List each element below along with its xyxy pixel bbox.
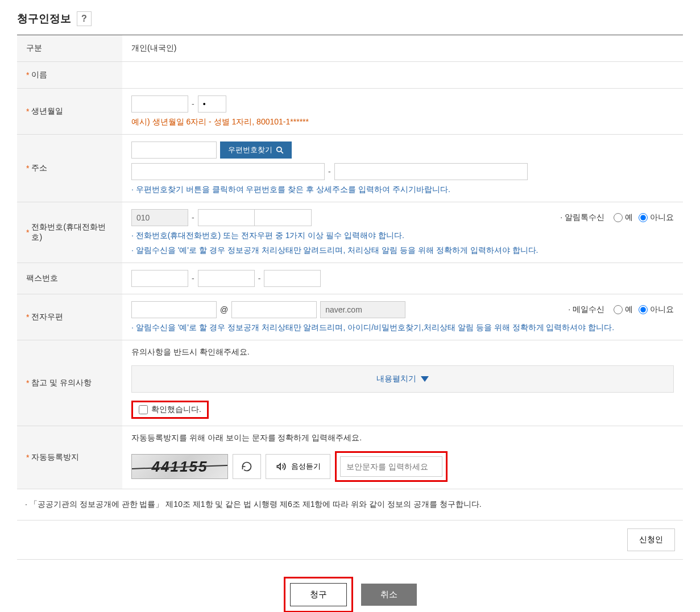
email-domain-input[interactable] bbox=[231, 301, 317, 318]
label-name: * 이름 bbox=[17, 62, 122, 88]
form-table: 구분 개인(내국인) * 이름 * 생년월일 - 예시) 생년월일 6자리 - … bbox=[17, 35, 683, 489]
confirm-checkbox[interactable] bbox=[139, 405, 148, 414]
fax-input-3[interactable] bbox=[264, 270, 321, 287]
applicant-button[interactable]: 신청인 bbox=[627, 528, 675, 551]
chevron-down-icon bbox=[421, 376, 429, 382]
required-mark: * bbox=[26, 70, 29, 80]
captcha-refresh-button[interactable] bbox=[233, 454, 261, 479]
birthdate-input-1[interactable] bbox=[131, 95, 188, 113]
svg-line-1 bbox=[281, 151, 283, 153]
footer-note: 「공공기관의 정보공개에 관한 법률」 제10조 제1항 및 같은 법 시행령 … bbox=[17, 489, 683, 521]
phone-hint-1: 전화번호(휴대전화번호) 또는 전자우편 중 1가지 이상 필수 입력해야 합니… bbox=[131, 231, 674, 241]
mail-label: 메일수신 bbox=[568, 305, 604, 315]
sms-yes[interactable]: 예 bbox=[614, 213, 633, 223]
label-notice: * 참고 및 유의사항 bbox=[17, 340, 122, 426]
label-captcha: * 자동등록방지 bbox=[17, 426, 122, 489]
speaker-icon bbox=[275, 461, 287, 472]
mail-no[interactable]: 아니요 bbox=[639, 305, 674, 315]
label-email: * 전자우편 bbox=[17, 294, 122, 340]
email-domain-select[interactable] bbox=[320, 301, 405, 318]
zip-input[interactable] bbox=[131, 141, 217, 159]
mail-yes[interactable]: 예 bbox=[614, 305, 633, 315]
zip-search-button[interactable]: 우편번호찾기 bbox=[220, 141, 292, 159]
captcha-audio-button[interactable]: 음성듣기 bbox=[266, 454, 330, 479]
sms-label: 알림톡수신 bbox=[560, 213, 604, 223]
captcha-input[interactable] bbox=[340, 456, 442, 477]
email-at: @ bbox=[220, 305, 228, 314]
birthdate-input-2[interactable] bbox=[198, 95, 226, 113]
expand-button[interactable]: 내용펼치기 bbox=[131, 365, 674, 393]
label-phone: * 전화번호(휴대전화번호) bbox=[17, 202, 122, 263]
search-icon bbox=[276, 146, 284, 154]
notice-text: 유의사항을 반드시 확인해주세요. bbox=[131, 347, 674, 357]
refresh-icon bbox=[241, 461, 252, 472]
label-address: * 주소 bbox=[17, 135, 122, 202]
submit-button[interactable]: 청구 bbox=[290, 583, 347, 606]
confirm-label: 확인했습니다. bbox=[151, 405, 201, 415]
address-input-1[interactable] bbox=[131, 163, 325, 180]
captcha-text: 자동등록방지를 위해 아래 보이는 문자를 정확하게 입력해주세요. bbox=[131, 433, 674, 443]
label-birthdate: * 생년월일 bbox=[17, 89, 122, 134]
svg-point-0 bbox=[277, 147, 281, 152]
value-category: 개인(내국인) bbox=[131, 43, 674, 53]
phone-input-2[interactable] bbox=[198, 209, 255, 226]
email-local-input[interactable] bbox=[131, 301, 217, 318]
phone-input-3[interactable] bbox=[255, 209, 312, 226]
fax-input-1[interactable] bbox=[131, 270, 188, 287]
cancel-button[interactable]: 취소 bbox=[361, 584, 417, 606]
address-input-2[interactable] bbox=[334, 163, 528, 180]
address-hint: 우편번호찾기 버튼을 클릭하여 우편번호를 찾은 후 상세주소를 입력하여 주시… bbox=[131, 185, 674, 195]
phone-hint-2: 알림수신을 '예'로 할 경우 정보공개 처리상태만 알려드리며, 처리상태 알… bbox=[131, 245, 674, 256]
label-fax: 팩스번호 bbox=[17, 263, 122, 294]
phone-prefix[interactable] bbox=[131, 209, 188, 226]
fax-input-2[interactable] bbox=[198, 270, 255, 287]
captcha-image: 441155 bbox=[131, 454, 228, 479]
help-button[interactable]: ? bbox=[77, 11, 92, 26]
label-category: 구분 bbox=[17, 35, 122, 61]
birthdate-hint: 예시) 생년월일 6자리 - 성별 1자리, 800101-1****** bbox=[131, 117, 674, 127]
email-hint: 알림수신을 '예'로 할 경우 정보공개 처리상태만 알려드리며, 아이디/비밀… bbox=[131, 323, 674, 333]
sms-no[interactable]: 아니요 bbox=[639, 213, 674, 223]
page-title: 청구인정보 bbox=[17, 11, 71, 26]
